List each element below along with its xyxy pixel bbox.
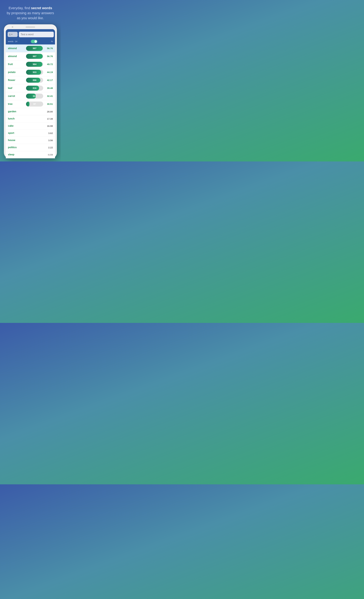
word-input[interactable] xyxy=(19,32,54,37)
percent-label: % xyxy=(51,40,53,43)
word-row[interactable]: almond99756.76 xyxy=(6,53,55,60)
score-label: 97 xyxy=(33,103,36,105)
app-content: 1 ▼ ↻ ⚽ words · 14 % almond99756.76almon… xyxy=(6,29,55,158)
score-label: 933 xyxy=(33,71,36,73)
word-percent: 56.76 xyxy=(45,55,53,58)
word-row[interactable]: leaf81639.48 xyxy=(6,84,55,92)
page-wrapper: Everyday, find secret wordsby proposing … xyxy=(0,0,61,161)
word-row[interactable]: fruit98449.72 xyxy=(6,60,55,68)
word-percent: 16.98 xyxy=(45,125,53,127)
app-sub-bar: words · 14 % xyxy=(6,39,55,44)
word-row[interactable]: politics2.22 xyxy=(6,144,55,151)
score-bar-container: 997 xyxy=(26,46,43,51)
score-pill: 997 xyxy=(26,54,43,59)
word-name: lunch xyxy=(8,117,26,120)
word-name: potato xyxy=(8,71,26,74)
word-row[interactable]: almond99756.76 xyxy=(6,44,55,53)
score-bar-container: 97 xyxy=(26,102,43,106)
word-percent: 30.51 xyxy=(45,103,53,105)
phone-camera xyxy=(12,26,13,28)
score-bar-container: 997 xyxy=(26,54,43,59)
phone-mockup: 1 ▼ ↻ ⚽ words · 14 % almond99756.76almon… xyxy=(4,24,57,158)
word-row[interactable]: potato93344.19 xyxy=(6,68,55,76)
word-percent: -0.59 xyxy=(45,153,53,156)
score-pill: 984 xyxy=(26,62,43,67)
word-row[interactable]: sport3.62 xyxy=(6,130,55,137)
score-bar-container: 984 xyxy=(26,62,43,67)
word-row[interactable]: garden28.80 xyxy=(6,108,55,115)
score-pill: 997 xyxy=(26,46,43,51)
phone-speaker xyxy=(26,26,35,28)
word-row[interactable]: flower89642.17 xyxy=(6,76,55,84)
word-row[interactable]: carrot32432.41 xyxy=(6,92,55,100)
score-bar-container: 324 xyxy=(26,94,43,99)
word-name: carrot xyxy=(8,95,26,97)
word-name: politics xyxy=(8,146,26,149)
score-pill: 933 xyxy=(26,70,43,75)
word-name: almond xyxy=(8,55,26,58)
phone-top-bar xyxy=(6,26,55,28)
word-name: leaf xyxy=(8,87,26,89)
word-row[interactable]: lunch17.38 xyxy=(6,115,55,123)
word-percent: 17.38 xyxy=(45,117,53,120)
word-percent: 49.72 xyxy=(45,63,53,66)
score-pill: 97 xyxy=(26,102,43,106)
word-row[interactable]: cake16.98 xyxy=(6,123,55,130)
word-percent: 3.62 xyxy=(45,132,53,134)
app-top-bar: 1 ▼ ↻ ⚽ xyxy=(6,29,55,39)
score-label: 984 xyxy=(33,63,36,66)
word-name: garden xyxy=(8,110,26,113)
score-pill: 816 xyxy=(26,86,43,91)
word-row[interactable]: house3.56 xyxy=(6,137,55,144)
score-label: 997 xyxy=(33,55,36,58)
words-count-label: words · 14 xyxy=(8,40,17,43)
word-percent: 42.17 xyxy=(45,79,53,81)
score-pill: 896 xyxy=(26,78,43,83)
word-percent: 2.22 xyxy=(45,146,53,149)
word-name: sport xyxy=(8,132,26,134)
word-percent: 56.76 xyxy=(45,47,53,50)
chevron-down-icon: ▼ xyxy=(11,34,13,35)
puzzle-number-select[interactable]: 1 ▼ xyxy=(8,32,18,37)
score-label: 896 xyxy=(33,79,36,81)
word-row[interactable]: sleep-0.59 xyxy=(6,151,55,158)
score-label: 324 xyxy=(33,95,36,97)
word-name: almond xyxy=(8,47,26,50)
word-name: house xyxy=(8,139,26,142)
word-percent: 3.56 xyxy=(45,139,53,142)
word-name: sleep xyxy=(8,153,26,156)
score-bar-container: 816 xyxy=(26,86,43,91)
score-label: 816 xyxy=(33,87,36,89)
word-row[interactable]: tree9730.51 xyxy=(6,100,55,108)
word-percent: 28.80 xyxy=(45,110,53,113)
view-toggle[interactable] xyxy=(31,40,37,43)
word-percent: 39.48 xyxy=(45,87,53,89)
word-name: fruit xyxy=(8,63,26,66)
word-name: cake xyxy=(8,124,26,127)
word-name: flower xyxy=(8,79,26,82)
score-bar-container: 896 xyxy=(26,78,43,83)
header-text: Everyday, find secret wordsby proposing … xyxy=(2,0,58,24)
word-name: tree xyxy=(8,103,26,106)
score-label: 997 xyxy=(33,47,36,50)
word-percent: 44.19 xyxy=(45,71,53,73)
score-bar-container: 933 xyxy=(26,70,43,75)
word-percent: 32.41 xyxy=(45,95,53,97)
word-list: almond99756.76almond99756.76fruit98449.7… xyxy=(6,44,55,158)
score-pill: 324 xyxy=(26,94,43,99)
puzzle-number-label: 1 xyxy=(9,33,10,36)
